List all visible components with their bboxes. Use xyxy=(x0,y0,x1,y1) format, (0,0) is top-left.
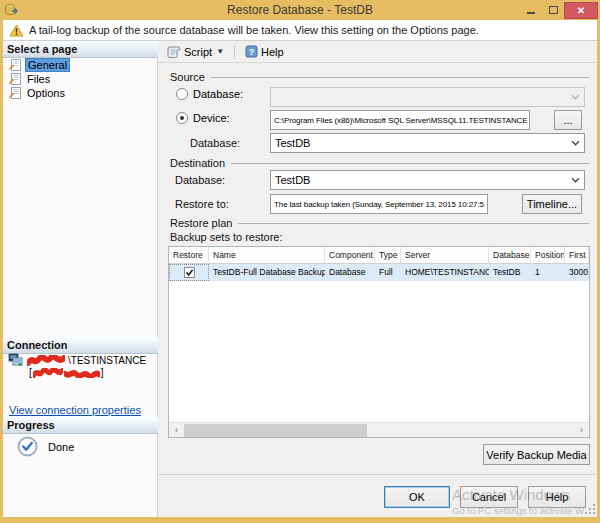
backup-sets-label: Backup sets to restore: xyxy=(170,231,283,243)
cell-server: HOME\TESTINSTANCE xyxy=(401,264,489,281)
column-header-component[interactable]: Component xyxy=(325,247,375,263)
timeline-button[interactable]: Timeline... xyxy=(522,194,582,214)
help-footer-button[interactable]: Help xyxy=(528,486,586,508)
destination-group-title: Destination xyxy=(170,157,225,169)
column-header-first-lsn[interactable]: First L xyxy=(565,247,589,263)
sidebar-item-files[interactable]: Files xyxy=(5,72,55,86)
restore-plan-group-title: Restore plan xyxy=(170,217,232,229)
column-header-name[interactable]: Name xyxy=(209,247,325,263)
select-a-page-header: Select a page xyxy=(3,41,158,58)
connection-header: Connection xyxy=(3,337,158,354)
source-database-combo[interactable] xyxy=(270,87,585,107)
source-database-select[interactable]: TestDB xyxy=(270,133,585,153)
chevron-down-icon xyxy=(571,177,580,183)
column-header-position[interactable]: Position xyxy=(531,247,565,263)
view-connection-properties-link[interactable]: View connection properties xyxy=(9,404,141,416)
connection-user: [ ] xyxy=(29,367,104,378)
footer-divider xyxy=(158,474,597,475)
help-footer-label: Help xyxy=(546,491,569,503)
toolbar-separator xyxy=(234,45,235,59)
server-connection-icon xyxy=(8,353,24,367)
close-button[interactable]: ✕ xyxy=(564,2,598,19)
svg-text:?: ? xyxy=(249,47,255,57)
backup-sets-table: Restore Name Component Type Server Datab… xyxy=(168,246,590,438)
cell-name: TestDB-Full Database Backup xyxy=(209,264,325,281)
destination-database-label: Database: xyxy=(175,174,225,186)
source-device-radio-label: Device: xyxy=(193,112,230,124)
bracket-close: ] xyxy=(101,367,104,378)
tail-log-warning-banner: A tail-log backup of the source database… xyxy=(3,20,597,41)
source-device-radio[interactable]: Device: xyxy=(176,112,230,124)
destination-database-select[interactable]: TestDB xyxy=(270,170,585,190)
table-row[interactable]: TestDB-Full Database Backup Database Ful… xyxy=(169,264,589,281)
window-controls: ✕ xyxy=(520,1,598,19)
maximize-button[interactable] xyxy=(542,2,564,19)
window-border-left xyxy=(0,20,3,523)
sidebar-item-general[interactable]: General xyxy=(5,58,73,72)
cell-first-lsn: 3000 xyxy=(565,264,589,281)
minimize-button[interactable] xyxy=(520,2,542,19)
source-database-radio[interactable]: Database: xyxy=(176,88,243,100)
source-group: Source xyxy=(170,71,589,83)
connection-server: \TESTINSTANCE xyxy=(8,353,146,367)
sidebar-item-options[interactable]: Options xyxy=(5,86,70,100)
destination-database-selected: TestDB xyxy=(275,174,571,186)
done-check-icon xyxy=(17,436,38,457)
verify-backup-media-label: Verify Backup Media xyxy=(486,449,586,461)
cell-type: Full xyxy=(375,264,401,281)
column-header-server[interactable]: Server xyxy=(401,247,489,263)
group-rule xyxy=(238,223,589,224)
progress-header: Progress xyxy=(3,417,158,434)
minimize-icon xyxy=(527,12,535,14)
scrollbar-track[interactable] xyxy=(184,423,574,438)
scroll-left-arrow[interactable]: ‹ xyxy=(169,423,184,438)
column-header-type[interactable]: Type xyxy=(375,247,401,263)
ok-button[interactable]: OK xyxy=(384,486,450,508)
cell-database: TestDB xyxy=(489,264,531,281)
table-header: Restore Name Component Type Server Datab… xyxy=(169,247,589,264)
browse-label: ... xyxy=(563,114,572,126)
group-rule xyxy=(231,163,589,164)
help-button[interactable]: ? Help xyxy=(242,43,287,60)
sidebar-item-label: Files xyxy=(25,73,52,85)
help-label: Help xyxy=(261,46,284,58)
device-path-value: C:\Program Files (x86)\Microsoft SQL Ser… xyxy=(274,116,528,125)
column-header-restore[interactable]: Restore xyxy=(169,247,209,263)
warning-icon xyxy=(9,24,24,37)
cell-position: 1 xyxy=(531,264,565,281)
restore-checkbox[interactable] xyxy=(184,267,195,278)
restore-to-input[interactable]: The last backup taken (Sunday, September… xyxy=(270,194,488,214)
progress-status: Done xyxy=(17,436,74,457)
page-icon xyxy=(8,73,21,85)
close-icon: ✕ xyxy=(577,5,585,16)
cancel-label: Cancel xyxy=(472,491,506,503)
scroll-right-arrow[interactable]: › xyxy=(574,423,589,438)
redaction-scribble xyxy=(64,368,100,378)
page-icon xyxy=(8,87,21,99)
source-database-radio-label: Database: xyxy=(193,88,243,100)
script-label: Script xyxy=(184,46,212,58)
bracket-open: [ xyxy=(29,367,32,378)
destination-group: Destination xyxy=(170,157,589,169)
source-database-selected: TestDB xyxy=(275,137,571,149)
restore-to-value: The last backup taken (Sunday, September… xyxy=(274,200,484,209)
resize-grip[interactable] xyxy=(584,503,596,515)
main-pane: Script ▼ ? Help Source Database: xyxy=(158,41,597,517)
scrollbar-thumb[interactable] xyxy=(184,424,367,437)
sidebar-item-label: Options xyxy=(25,87,67,99)
window-title: Restore Database - TestDB xyxy=(0,3,600,17)
verify-backup-media-button[interactable]: Verify Backup Media xyxy=(483,444,590,465)
cancel-button[interactable]: Cancel xyxy=(460,486,518,508)
server-name-suffix: \TESTINSTANCE xyxy=(68,355,146,366)
radio-icon xyxy=(176,112,188,124)
browse-device-button[interactable]: ... xyxy=(554,110,582,130)
window-border-bottom xyxy=(0,517,600,523)
script-button[interactable]: Script ▼ xyxy=(164,43,227,60)
check-icon xyxy=(185,268,194,277)
device-path-input[interactable]: C:\Program Files (x86)\Microsoft SQL Ser… xyxy=(270,110,530,130)
redaction-scribble xyxy=(33,368,63,378)
focus-cell xyxy=(169,264,209,281)
script-icon xyxy=(167,45,181,58)
column-header-database[interactable]: Database xyxy=(489,247,531,263)
timeline-label: Timeline... xyxy=(527,198,577,210)
